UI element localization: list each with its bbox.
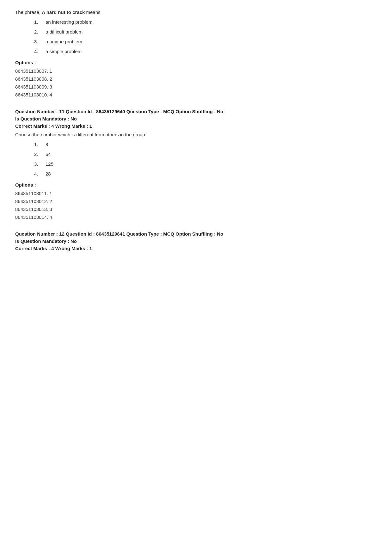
phrase-text-before: The phrase,: [15, 9, 42, 15]
option-id-prev-3: 864351103009. 3: [15, 84, 377, 89]
question-11-text: Choose the number which is different fro…: [15, 132, 377, 137]
q11-choice-item-3: 3. 125: [34, 161, 377, 167]
choice-num-3: 3.: [34, 39, 40, 44]
option-id-list-q11: 864351103011. 1 864351103012. 2 86435110…: [15, 191, 377, 220]
q11-option-id-1: 864351103011. 1: [15, 191, 377, 196]
choice-text-1: an interesting problem: [46, 19, 92, 25]
q11-choice-num-1: 1.: [34, 142, 40, 147]
q11-choice-item-1: 1. 8: [34, 142, 377, 147]
choice-num-4: 4.: [34, 49, 40, 54]
q11-option-id-3: 864351103013. 3: [15, 207, 377, 212]
choices-list: 1. an interesting problem 2. a difficult…: [15, 19, 377, 54]
q11-choice-num-3: 3.: [34, 161, 40, 167]
choice-item-3: 3. a unique problem: [34, 39, 377, 44]
q11-choice-text-3: 125: [46, 161, 53, 167]
options-label-prev: Options :: [15, 60, 377, 65]
choice-text-3: a unique problem: [46, 39, 82, 44]
option-id-prev-4: 864351103010. 4: [15, 92, 377, 97]
question-12-marks: Correct Marks : 4 Wrong Marks : 1: [15, 246, 377, 251]
choice-text-2: a difficult problem: [46, 29, 83, 34]
q11-choice-item-2: 2. 64: [34, 151, 377, 157]
question-11-section: Question Number : 11 Question Id : 86435…: [15, 109, 377, 220]
q11-choice-num-2: 2.: [34, 151, 40, 157]
option-id-prev-1: 864351103007. 1: [15, 68, 377, 74]
q11-option-id-4: 864351103014. 4: [15, 214, 377, 220]
choice-num-2: 2.: [34, 29, 40, 34]
option-id-list-prev: 864351103007. 1 864351103008. 2 86435110…: [15, 68, 377, 97]
choice-text-4: a simple problem: [46, 49, 82, 54]
q11-choice-item-4: 4. 28: [34, 171, 377, 176]
question-11-marks: Correct Marks : 4 Wrong Marks : 1: [15, 123, 377, 129]
q11-choice-text-2: 64: [46, 151, 51, 157]
phrase-bold: A hard nut to crack: [42, 9, 85, 15]
phrase-text-after: means: [85, 9, 100, 15]
question-11-meta: Question Number : 11 Question Id : 86435…: [15, 109, 377, 114]
prev-question-section: The phrase, A hard nut to crack means 1.…: [15, 9, 377, 97]
choice-num-1: 1.: [34, 19, 40, 25]
question-12-meta: Question Number : 12 Question Id : 86435…: [15, 231, 377, 237]
q11-option-id-2: 864351103012. 2: [15, 199, 377, 204]
q11-choice-text-1: 8: [46, 142, 48, 147]
choice-item-2: 2. a difficult problem: [34, 29, 377, 34]
option-id-prev-2: 864351103008. 2: [15, 76, 377, 82]
options-label-q11: Options :: [15, 182, 377, 188]
question-11-mandatory: Is Question Mandatory : No: [15, 116, 377, 121]
question-12-section: Question Number : 12 Question Id : 86435…: [15, 231, 377, 251]
question-11-choices-list: 1. 8 2. 64 3. 125 4. 28: [15, 142, 377, 176]
q11-choice-text-4: 28: [46, 171, 51, 176]
question-12-mandatory: Is Question Mandatory : No: [15, 238, 377, 244]
q11-choice-num-4: 4.: [34, 171, 40, 176]
question-phrase: The phrase, A hard nut to crack means: [15, 9, 377, 15]
choice-item-1: 1. an interesting problem: [34, 19, 377, 25]
choice-item-4: 4. a simple problem: [34, 49, 377, 54]
